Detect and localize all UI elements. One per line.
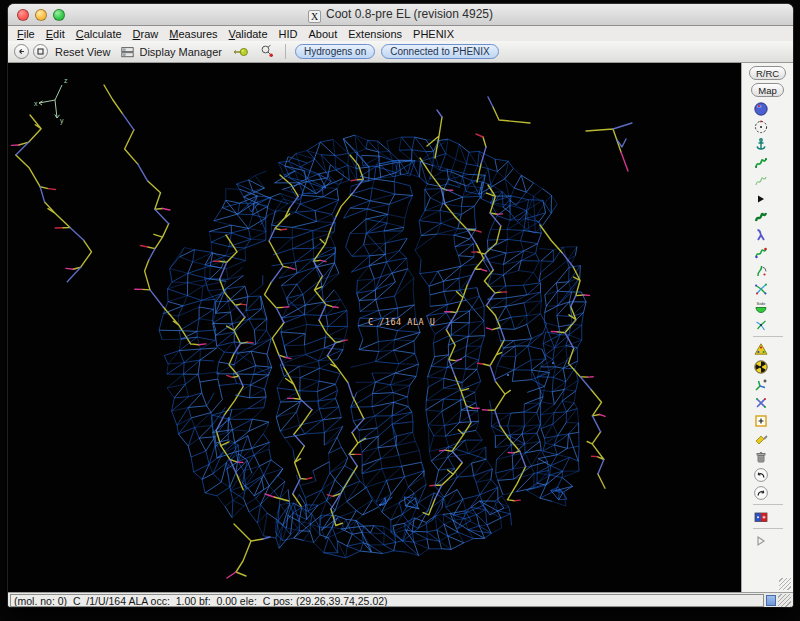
- clear-pending-picks-icon[interactable]: [753, 430, 770, 447]
- coot-window: XCoot 0.8-pre EL (revision 4925) FileEdi…: [8, 4, 793, 607]
- torsion-general-icon[interactable]: [753, 316, 770, 333]
- axes-label-y: y: [60, 117, 64, 125]
- reset-view-label: Reset View: [55, 46, 110, 58]
- menu-draw[interactable]: Draw: [133, 28, 159, 40]
- phenix-connection-badge[interactable]: Connected to PHENIX: [381, 44, 499, 59]
- atom-label: C /164 ALA U: [368, 317, 435, 327]
- display-manager-button[interactable]: Display Manager: [116, 44, 226, 60]
- pointer-arrow-icon[interactable]: [753, 190, 770, 207]
- flip-sidechain-icon[interactable]: Side: [753, 298, 770, 315]
- menu-about[interactable]: About: [309, 28, 338, 40]
- window-title-text: Coot 0.8-pre EL (revision 4925): [326, 7, 493, 21]
- menu-phenix[interactable]: PHENIX: [413, 28, 454, 40]
- recentre-button[interactable]: [33, 44, 48, 59]
- window-resize-grip[interactable]: [778, 594, 791, 607]
- expand-toolbar-icon[interactable]: [753, 532, 770, 549]
- toolbar: Reset View Display Manager: [8, 41, 793, 63]
- menu-file[interactable]: File: [17, 28, 35, 40]
- reset-view-button[interactable]: Reset View: [51, 45, 114, 59]
- menu-validate[interactable]: Validate: [229, 28, 268, 40]
- tandem-refine-icon[interactable]: [753, 118, 770, 135]
- go-to-atom-button[interactable]: [228, 44, 253, 60]
- edit-chi-angles-icon[interactable]: [753, 280, 770, 297]
- molecule-sticks: [12, 145, 629, 578]
- status-scrollbar-thumb[interactable]: [766, 595, 776, 606]
- stop-square-icon: [35, 46, 46, 57]
- simple-mutate-icon[interactable]: [753, 358, 770, 375]
- toolbar-separator: [285, 44, 286, 59]
- add-terminal-residue-icon[interactable]: [753, 376, 770, 393]
- previous-view-button[interactable]: [14, 44, 29, 59]
- mesh-speck: [379, 504, 381, 506]
- display-manager-label: Display Manager: [139, 46, 222, 58]
- back-arrow-icon: [16, 46, 27, 57]
- undo-icon[interactable]: [753, 466, 770, 483]
- rotamer-select-icon[interactable]: [753, 262, 770, 279]
- rigid-body-fit-zone-icon[interactable]: [753, 208, 770, 225]
- mutate-and-autofit-icon[interactable]: [753, 340, 770, 357]
- delete-item-icon[interactable]: [753, 448, 770, 465]
- window-title: XCoot 0.8-pre EL (revision 4925): [8, 7, 793, 23]
- main-area: xyzC /164 ALA U R/RC Map Side: [8, 63, 793, 592]
- rotate-translate-zone-icon[interactable]: [753, 226, 770, 243]
- tool-separator: [753, 528, 783, 529]
- hydrogen-atom-button[interactable]: [255, 43, 278, 60]
- x11-app-icon: X: [308, 10, 321, 23]
- real-space-refine-zone-icon[interactable]: [753, 154, 770, 171]
- auto-fit-rotamer-icon[interactable]: [753, 244, 770, 261]
- flip-icon-label: Side: [757, 300, 766, 305]
- panel-resize-grip[interactable]: [779, 578, 791, 590]
- menu-hid[interactable]: HID: [279, 28, 298, 40]
- screenshot-stage: XCoot 0.8-pre EL (revision 4925) FileEdi…: [0, 0, 800, 621]
- hydrogen-molecule-icon: [259, 44, 274, 59]
- regularize-zone-icon[interactable]: [753, 172, 770, 189]
- display-manager-icon: [120, 45, 135, 59]
- menu-calculate[interactable]: Calculate: [76, 28, 122, 40]
- tool-separator: [753, 336, 783, 337]
- status-text: (mol. no: 0) C /1/U/164 ALA occ: 1.00 bf…: [10, 594, 764, 607]
- right-toolbar-panel: R/RC Map Side: [742, 63, 793, 592]
- axes-label-z: z: [64, 77, 68, 84]
- key-pointer-icon: [232, 45, 249, 59]
- run-refmac-icon[interactable]: [753, 508, 770, 525]
- mesh-speck: [507, 374, 509, 376]
- menu-edit[interactable]: Edit: [46, 28, 65, 40]
- molecule-sticks: [16, 85, 621, 576]
- gl-canvas[interactable]: xyzC /164 ALA U: [8, 63, 742, 592]
- map-button[interactable]: Map: [751, 83, 783, 97]
- axes-label-x: x: [34, 100, 38, 107]
- axes-widget: [39, 85, 62, 118]
- sphere-refine-icon[interactable]: [753, 100, 770, 117]
- rrc-button[interactable]: R/RC: [749, 66, 786, 80]
- molecular-scene[interactable]: xyzC /164 ALA U: [8, 63, 742, 592]
- hydrogens-toggle-button[interactable]: Hydrogens on: [295, 44, 375, 59]
- place-atom-at-pointer-icon[interactable]: [753, 412, 770, 429]
- model-fit-refine-toolbar: Side: [753, 100, 783, 550]
- redo-icon[interactable]: [753, 484, 770, 501]
- fixed-atoms-anchor-icon[interactable]: [753, 136, 770, 153]
- menu-extensions[interactable]: Extensions: [348, 28, 402, 40]
- tool-separator: [753, 504, 783, 505]
- menu-measures[interactable]: Measures: [169, 28, 217, 40]
- titlebar[interactable]: XCoot 0.8-pre EL (revision 4925): [8, 4, 793, 26]
- menu-bar: FileEditCalculateDrawMeasuresValidateHID…: [8, 26, 793, 41]
- mesh-speck: [552, 362, 554, 364]
- add-alt-conf-icon[interactable]: [753, 394, 770, 411]
- status-bar: (mol. no: 0) C /1/U/164 ALA occ: 1.00 bf…: [8, 592, 793, 607]
